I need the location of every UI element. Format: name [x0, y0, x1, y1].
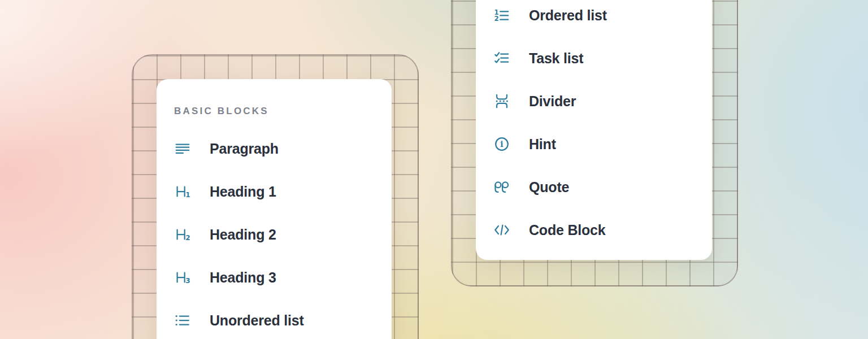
menu-item-label: Paragraph [210, 141, 279, 157]
code-block-icon [493, 221, 510, 238]
list-blocks-menu-card: 12 Ordered list Task list Divider i Hint… [476, 0, 712, 260]
menu-item-ordered-list[interactable]: 12 Ordered list [476, 0, 712, 37]
menu-item-label: Heading 3 [210, 270, 276, 286]
paragraph-icon [174, 140, 191, 157]
menu-item-label: Hint [529, 136, 556, 153]
heading-1-icon: 1 [174, 183, 191, 200]
menu-item-quote[interactable]: Quote [476, 166, 712, 208]
svg-text:1: 1 [185, 191, 190, 199]
menu-item-code-block[interactable]: Code Block [476, 208, 712, 251]
menu-item-label: Code Block [529, 222, 606, 238]
menu-item-unordered-list[interactable]: Unordered list [157, 299, 392, 339]
basic-blocks-menu-card: BASIC BLOCKS Paragraph 1 Heading 1 2 Hea… [157, 79, 392, 339]
background-gradient: BASIC BLOCKS Paragraph 1 Heading 1 2 Hea… [0, 0, 868, 339]
left-menu-items: Paragraph 1 Heading 1 2 Heading 2 3 Head… [157, 127, 392, 339]
menu-item-label: Heading 1 [210, 184, 276, 200]
menu-item-label: Heading 2 [210, 227, 276, 243]
menu-item-heading-1[interactable]: 1 Heading 1 [157, 170, 392, 213]
menu-item-label: Divider [529, 93, 576, 110]
menu-item-heading-3[interactable]: 3 Heading 3 [157, 256, 392, 299]
divider-icon [493, 93, 510, 110]
right-menu-items: 12 Ordered list Task list Divider i Hint… [476, 0, 712, 251]
quote-icon [493, 179, 510, 195]
menu-item-label: Task list [529, 50, 583, 67]
menu-item-label: Unordered list [210, 312, 304, 329]
hint-icon: i [493, 136, 510, 153]
menu-item-task-list[interactable]: Task list [476, 37, 712, 80]
svg-text:3: 3 [185, 277, 190, 285]
ordered-list-icon: 12 [493, 7, 510, 24]
heading-3-icon: 3 [174, 269, 191, 286]
svg-text:2: 2 [494, 15, 499, 23]
unordered-list-icon [174, 312, 191, 329]
menu-item-paragraph[interactable]: Paragraph [157, 127, 392, 170]
menu-item-hint[interactable]: i Hint [476, 123, 712, 166]
svg-text:i: i [500, 140, 503, 149]
menu-item-label: Ordered list [529, 7, 607, 24]
task-list-icon [493, 50, 510, 67]
svg-text:2: 2 [185, 234, 190, 242]
section-title-basic-blocks: BASIC BLOCKS [157, 95, 392, 127]
heading-2-icon: 2 [174, 226, 191, 243]
menu-item-label: Quote [529, 179, 569, 195]
menu-item-heading-2[interactable]: 2 Heading 2 [157, 213, 392, 256]
menu-item-divider[interactable]: Divider [476, 80, 712, 123]
